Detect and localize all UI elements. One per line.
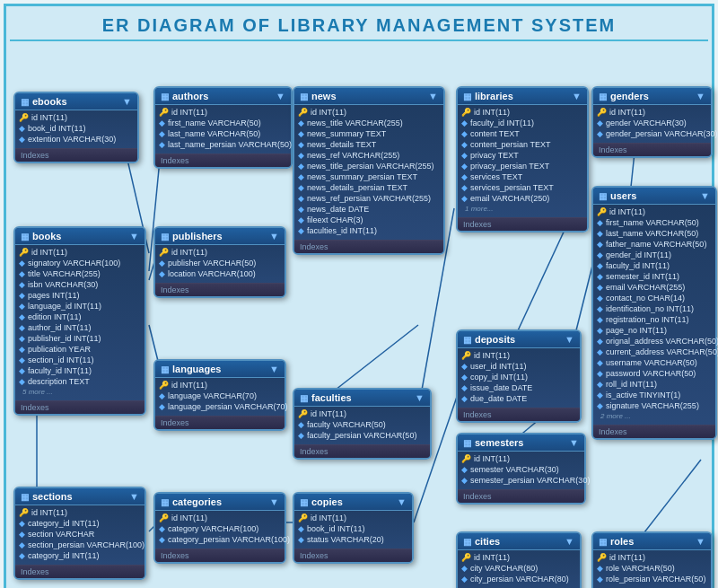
table-semesters: ▦ semesters ▼ 🔑 id INT(11) ◆ semester VA… xyxy=(456,433,586,505)
field-row: ◆ news_ref_persian VARCHAR(255) xyxy=(298,193,440,204)
table-body-genders: 🔑 id INT(11) ◆ gender VARCHAR(30) ◆ gend… xyxy=(593,105,711,141)
dropdown-libraries[interactable]: ▼ xyxy=(572,91,582,101)
key-icon: 🔑 xyxy=(461,454,471,463)
dropdown-users[interactable]: ▼ xyxy=(700,190,710,201)
table-categories: ▦ categories ▼ 🔑 id INT(11) ◆ category V… xyxy=(153,492,286,564)
field-row: ◆ gender VARCHAR(30) xyxy=(597,118,707,128)
field-row: ◆ faculties_id INT(11) xyxy=(298,225,440,236)
field-row: 🔑 id INT(11) xyxy=(461,552,576,563)
dropdown-languages[interactable]: ▼ xyxy=(269,364,279,374)
diamond-icon: ◆ xyxy=(461,362,468,371)
field-row: ◆ news_summary_persian TEXT xyxy=(298,171,440,182)
table-label-sections: sections xyxy=(32,491,73,502)
table-icon-semesters: ▦ xyxy=(463,438,471,448)
diamond-icon: ◆ xyxy=(19,312,25,321)
dropdown-genders[interactable]: ▼ xyxy=(696,91,705,101)
diamond-icon: ◆ xyxy=(461,394,468,403)
key-icon: 🔑 xyxy=(298,409,308,418)
dropdown-roles[interactable]: ▼ xyxy=(696,536,705,547)
table-publishers: ▦ publishers ▼ 🔑 id INT(11) ◆ publisher … xyxy=(153,226,286,298)
diamond-icon: ◆ xyxy=(597,380,603,389)
field-row: ◆ category_id INT(11) xyxy=(19,518,141,529)
table-authors: ▦ authors ▼ 🔑 id INT(11) ◆ first_name VA… xyxy=(153,86,293,169)
diamond-icon: ◆ xyxy=(19,124,25,133)
table-body-news: 🔑 id INT(11) ◆ news_title VARCHAR(255) ◆… xyxy=(294,105,443,238)
field-row: ◆ language_persian VARCHAR(70) xyxy=(159,401,281,412)
diamond-icon: ◆ xyxy=(597,261,603,270)
diamond-icon: ◆ xyxy=(298,420,304,429)
key-icon: 🔑 xyxy=(19,113,29,122)
field-row: ◆ father_name VARCHAR(50) xyxy=(597,239,712,250)
field-row: ◆ email VARCHAR(250) xyxy=(461,193,583,204)
dropdown-cities[interactable]: ▼ xyxy=(565,536,574,547)
field-row: ◆ news_details TEXT xyxy=(298,139,440,150)
diamond-icon: ◆ xyxy=(461,383,468,392)
diamond-icon: ◆ xyxy=(19,519,25,528)
table-body-publishers: 🔑 id INT(11) ◆ publisher VARCHAR(50) ◆ l… xyxy=(155,245,285,281)
diamond-icon: ◆ xyxy=(461,172,468,181)
diamond-icon: ◆ xyxy=(159,259,165,268)
diamond-icon: ◆ xyxy=(159,391,165,400)
field-row: ◆ gender_id INT(11) xyxy=(597,250,712,260)
dropdown-authors[interactable]: ▼ xyxy=(276,91,285,101)
table-label-roles: roles xyxy=(610,536,634,547)
page-wrapper: ER DIAGRAM OF LIBRARY MANAGEMENT SYSTEM xyxy=(4,4,714,588)
key-icon: 🔑 xyxy=(19,248,29,257)
field-row: ◆ semester_id INT(11) xyxy=(597,271,712,282)
table-header-genders: ▦ genders ▼ xyxy=(593,88,711,105)
diamond-icon: ◆ xyxy=(597,347,603,356)
dropdown-deposits[interactable]: ▼ xyxy=(565,334,574,345)
dropdown-copies[interactable]: ▼ xyxy=(397,496,407,507)
table-footer-users: Indexes xyxy=(593,425,715,438)
diamond-icon: ◆ xyxy=(19,345,25,354)
diamond-icon: ◆ xyxy=(461,575,468,584)
field-row: ◆ contact_no CHAR(14) xyxy=(597,293,712,303)
field-row: ◆ content TEXT xyxy=(461,128,583,139)
field-row: 🔑 id INT(11) xyxy=(597,552,707,563)
page-title: ER DIAGRAM OF LIBRARY MANAGEMENT SYSTEM xyxy=(10,10,708,41)
dropdown-ebooks[interactable]: ▼ xyxy=(122,96,132,107)
key-icon: 🔑 xyxy=(461,108,471,117)
diamond-icon: ◆ xyxy=(597,229,603,238)
table-header-roles: ▦ roles ▼ xyxy=(593,533,711,550)
table-header-semesters: ▦ semesters ▼ xyxy=(458,434,584,452)
diamond-icon: ◆ xyxy=(461,465,468,474)
table-news: ▦ news ▼ 🔑 id INT(11) ◆ news_title VARCH… xyxy=(293,86,445,255)
field-row: ◆ gender_persian VARCHAR(30) xyxy=(597,128,707,139)
table-header-faculties: ▦ faculties ▼ xyxy=(294,390,430,407)
diamond-icon: ◆ xyxy=(19,377,25,386)
diamond-icon: ◆ xyxy=(461,162,468,171)
dropdown-categories[interactable]: ▼ xyxy=(269,496,279,507)
diamond-icon: ◆ xyxy=(461,373,468,382)
table-copies: ▦ copies ▼ 🔑 id INT(11) ◆ book_id INT(11… xyxy=(293,492,414,564)
table-icon-categories: ▦ xyxy=(161,497,169,507)
field-row: ◆ author_id INT(11) xyxy=(19,322,141,333)
table-header-publishers: ▦ publishers ▼ xyxy=(155,228,285,245)
dropdown-news[interactable]: ▼ xyxy=(428,91,438,101)
diamond-icon: ◆ xyxy=(159,140,165,149)
dropdown-faculties[interactable]: ▼ xyxy=(415,392,425,403)
diamond-icon: ◆ xyxy=(597,369,603,378)
dropdown-semesters[interactable]: ▼ xyxy=(569,437,579,448)
table-icon-libraries: ▦ xyxy=(463,92,471,101)
table-icon-users: ▦ xyxy=(599,191,607,201)
field-row: ◆ orignal_address VARCHAR(50) xyxy=(597,336,712,347)
field-row: ◆ registration_no INT(11) xyxy=(597,314,712,325)
key-icon: 🔑 xyxy=(597,207,607,216)
table-header-ebooks: ▦ ebooks ▼ xyxy=(15,93,137,110)
table-books: ▦ books ▼ 🔑 id INT(11) ◆ signatory VARCH… xyxy=(13,226,146,416)
key-icon: 🔑 xyxy=(597,108,607,117)
table-body-users: 🔑 id INT(11) ◆ first_name VARCHAR(50) ◆ … xyxy=(593,205,715,423)
field-row: ◆ last_name VARCHAR(50) xyxy=(597,228,712,239)
field-row: ◆ signatory VARCHAR(100) xyxy=(19,258,141,268)
dropdown-sections[interactable]: ▼ xyxy=(129,491,139,502)
dropdown-publishers[interactable]: ▼ xyxy=(269,231,279,241)
diamond-icon: ◆ xyxy=(19,269,25,278)
diamond-icon: ◆ xyxy=(597,240,603,249)
table-header-cities: ▦ cities ▼ xyxy=(458,533,580,550)
field-row: ◆ email VARCHAR(255) xyxy=(597,282,712,293)
table-icon-cities: ▦ xyxy=(463,537,471,547)
table-body-ebooks: 🔑 id INT(11) ◆ book_id INT(11) ◆ extenti… xyxy=(15,110,137,146)
field-row: ◆ category_persian VARCHAR(100) xyxy=(159,534,281,545)
dropdown-books[interactable]: ▼ xyxy=(129,231,139,241)
